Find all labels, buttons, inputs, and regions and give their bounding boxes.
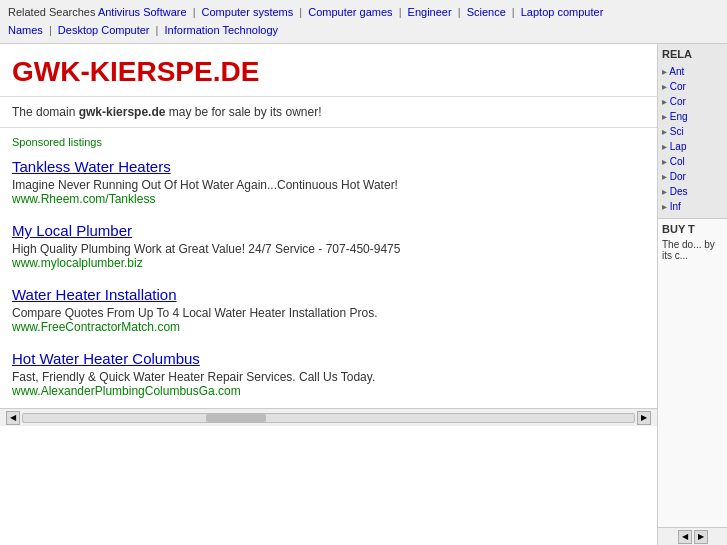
horizontal-scrollbar[interactable]: ◀ ▶ [0,408,657,426]
scrollbar-thumb[interactable] [206,414,266,422]
listing-title-water-heater-install[interactable]: Water Heater Installation [12,286,645,303]
listing-title-plumber[interactable]: My Local Plumber [12,222,645,239]
sidebar-buy-text: The do... by its c... [662,239,715,261]
listing-url-hot-water-columbus[interactable]: www.AlexanderPlumbingColumbusGa.com [12,384,645,398]
listing-url-water-heater-install[interactable]: www.FreeContractorMatch.com [12,320,645,334]
related-link-names[interactable]: Names [8,24,43,36]
sidebar-buy-section: BUY T The do... by its c... [658,219,727,265]
sidebar-link-lap[interactable]: Lap [662,139,723,154]
related-link-laptop[interactable]: Laptop computer [521,6,604,18]
listing-plumber: My Local Plumber High Quality Plumbing W… [0,216,657,280]
page-title: GWK-KIERSPE.DE [12,56,645,88]
sidebar-rela-header: RELA [662,48,723,60]
sidebar-link-des[interactable]: Des [662,184,723,199]
related-searches-bar: Related Searches Antivirus Software | Co… [0,0,727,44]
sidebar-link-ant[interactable]: Ant [662,64,723,79]
related-link-computer-games[interactable]: Computer games [308,6,392,18]
right-sidebar: RELA Ant Cor Cor Eng Sci Lap Col Dor Des… [657,44,727,545]
listing-hot-water-columbus: Hot Water Heater Columbus Fast, Friendly… [0,344,657,408]
related-link-desktop[interactable]: Desktop Computer [58,24,150,36]
domain-notice-prefix: The domain [12,105,79,119]
center-content: GWK-KIERSPE.DE The domain gwk-kierspe.de… [0,44,657,545]
sponsored-text: Sponsored listings [12,136,102,148]
sidebar-link-dor[interactable]: Dor [662,169,723,184]
listing-water-heater-install: Water Heater Installation Compare Quotes… [0,280,657,344]
listing-url-tankless[interactable]: www.Rheem.com/Tankless [12,192,645,206]
listings: Tankless Water Heaters Imagine Never Run… [0,152,657,408]
listing-tankless: Tankless Water Heaters Imagine Never Run… [0,152,657,216]
related-link-antivirus[interactable]: Antivirus Software [98,6,187,18]
domain-notice: The domain gwk-kierspe.de may be for sal… [0,96,657,128]
sidebar-scroll-up-button[interactable]: ◀ [678,530,692,544]
sidebar-scroll-down-button[interactable]: ▶ [694,530,708,544]
sidebar-related-section: RELA Ant Cor Cor Eng Sci Lap Col Dor Des… [658,44,727,219]
sidebar-link-cor1[interactable]: Cor [662,79,723,94]
related-link-science[interactable]: Science [467,6,506,18]
page-title-area: GWK-KIERSPE.DE [0,44,657,96]
listing-desc-hot-water-columbus: Fast, Friendly & Quick Water Heater Repa… [12,370,375,384]
listing-title-tankless[interactable]: Tankless Water Heaters [12,158,645,175]
sidebar-buy-header: BUY T [662,223,723,235]
listing-title-hot-water-columbus[interactable]: Hot Water Heater Columbus [12,350,645,367]
sidebar-scrollbar[interactable]: ◀ ▶ [658,527,727,545]
related-link-infotech[interactable]: Information Technology [165,24,279,36]
sidebar-link-inf[interactable]: Inf [662,199,723,214]
sidebar-link-col[interactable]: Col [662,154,723,169]
scroll-right-button[interactable]: ▶ [637,411,651,425]
listing-url-plumber[interactable]: www.mylocalplumber.biz [12,256,645,270]
sponsored-label: Sponsored listings [0,128,657,152]
listing-desc-tankless: Imagine Never Running Out Of Hot Water A… [12,178,398,192]
related-link-engineer[interactable]: Engineer [408,6,452,18]
sidebar-link-eng[interactable]: Eng [662,109,723,124]
domain-notice-suffix: may be for sale by its owner! [165,105,321,119]
related-searches-label: Related Searches [8,6,95,18]
related-link-computer-systems[interactable]: Computer systems [202,6,294,18]
sidebar-link-sci[interactable]: Sci [662,124,723,139]
listing-desc-plumber: High Quality Plumbing Work at Great Valu… [12,242,400,256]
sidebar-link-cor2[interactable]: Cor [662,94,723,109]
listing-desc-water-heater-install: Compare Quotes From Up To 4 Local Water … [12,306,378,320]
scrollbar-track[interactable] [22,413,635,423]
scroll-left-button[interactable]: ◀ [6,411,20,425]
domain-name: gwk-kierspe.de [79,105,166,119]
main-wrapper: GWK-KIERSPE.DE The domain gwk-kierspe.de… [0,44,727,545]
